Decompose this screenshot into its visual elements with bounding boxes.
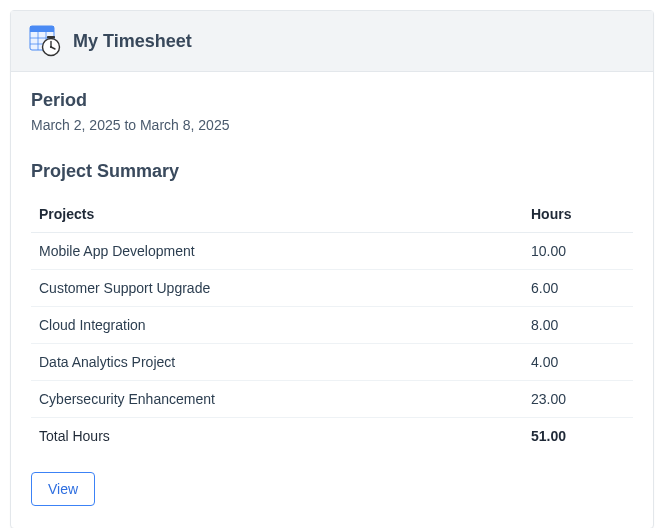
project-summary-title: Project Summary (31, 161, 633, 182)
svg-rect-1 (30, 26, 54, 32)
svg-rect-7 (47, 36, 55, 38)
table-row: Mobile App Development 10.00 (31, 233, 633, 270)
project-hours: 10.00 (523, 233, 633, 270)
period-label: Period (31, 90, 633, 111)
card-title: My Timesheet (73, 31, 192, 52)
table-row: Customer Support Upgrade 6.00 (31, 270, 633, 307)
total-label: Total Hours (31, 418, 523, 455)
col-projects: Projects (31, 196, 523, 233)
total-hours: 51.00 (523, 418, 633, 455)
card-header: My Timesheet (11, 11, 653, 72)
period-value: March 2, 2025 to March 8, 2025 (31, 117, 633, 133)
col-hours: Hours (523, 196, 633, 233)
project-summary-table: Projects Hours Mobile App Development 10… (31, 196, 633, 454)
table-row: Cybersecurity Enhancement 23.00 (31, 381, 633, 418)
total-row: Total Hours 51.00 (31, 418, 633, 455)
project-name: Cloud Integration (31, 307, 523, 344)
table-header-row: Projects Hours (31, 196, 633, 233)
project-hours: 4.00 (523, 344, 633, 381)
project-name: Mobile App Development (31, 233, 523, 270)
project-name: Data Analytics Project (31, 344, 523, 381)
view-button[interactable]: View (31, 472, 95, 506)
svg-point-10 (50, 46, 52, 48)
timesheet-card: My Timesheet Period March 2, 2025 to Mar… (10, 10, 654, 528)
project-hours: 8.00 (523, 307, 633, 344)
timesheet-icon (29, 25, 61, 57)
project-hours: 23.00 (523, 381, 633, 418)
project-name: Cybersecurity Enhancement (31, 381, 523, 418)
table-row: Data Analytics Project 4.00 (31, 344, 633, 381)
table-row: Cloud Integration 8.00 (31, 307, 633, 344)
project-name: Customer Support Upgrade (31, 270, 523, 307)
card-body: Period March 2, 2025 to March 8, 2025 Pr… (11, 72, 653, 528)
project-hours: 6.00 (523, 270, 633, 307)
